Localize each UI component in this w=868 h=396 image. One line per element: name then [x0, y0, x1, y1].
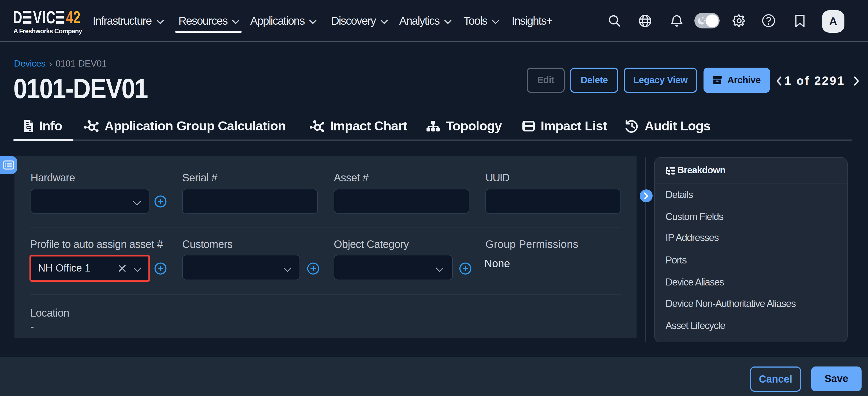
svg-text:I: I [42, 11, 46, 24]
svg-text:D: D [13, 11, 22, 24]
svg-text:V: V [33, 11, 42, 24]
svg-text:42: 42 [66, 11, 81, 24]
svg-text:C: C [46, 11, 56, 24]
